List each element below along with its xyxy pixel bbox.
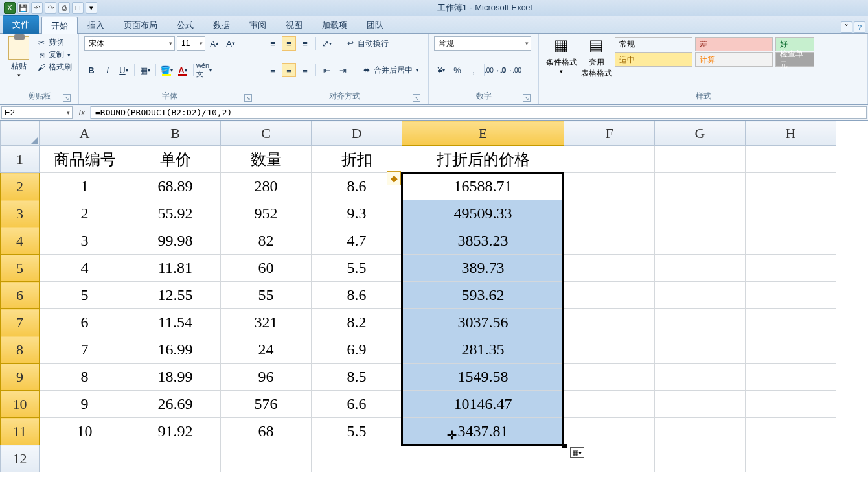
cell-style-calc[interactable]: 计算 — [695, 52, 773, 67]
help-icon[interactable]: ? — [854, 21, 865, 33]
paste-button[interactable]: 粘贴 ▾ — [5, 36, 32, 78]
cell-F10[interactable] — [564, 391, 655, 418]
cell-F8[interactable] — [564, 336, 655, 364]
name-box[interactable]: E2▾ — [1, 106, 73, 119]
shrink-font-button[interactable]: A▾ — [223, 36, 238, 51]
cell-C7[interactable]: 321 — [221, 309, 312, 336]
fill-handle[interactable] — [562, 444, 567, 448]
cell-F2[interactable] — [564, 173, 655, 200]
decrease-decimal-button[interactable]: .0→.00 — [504, 63, 518, 77]
tab-formulas[interactable]: 公式 — [167, 16, 203, 33]
percent-button[interactable]: % — [450, 63, 464, 77]
align-left-button[interactable]: ≡ — [266, 63, 280, 77]
copy-button[interactable]: ⎘复制▾ — [35, 49, 73, 61]
row-header-1[interactable]: 1 — [1, 146, 40, 173]
tab-file[interactable]: 文件 — [3, 15, 39, 34]
cell-F1[interactable] — [564, 146, 655, 173]
increase-indent-button[interactable]: ⇥ — [336, 63, 350, 77]
cell-F11[interactable] — [564, 418, 655, 445]
fill-color-button[interactable]: 🪣▾ — [159, 63, 174, 77]
cell-G3[interactable] — [655, 200, 746, 227]
cell-H12[interactable] — [746, 445, 836, 472]
cell-A11[interactable]: 10 — [40, 418, 130, 445]
cell-C4[interactable]: 82 — [221, 227, 312, 255]
cell-H9[interactable] — [746, 364, 836, 391]
cell-B12[interactable] — [130, 445, 221, 472]
col-header-G[interactable]: G — [655, 121, 746, 146]
decrease-indent-button[interactable]: ⇤ — [319, 63, 334, 77]
cell-F9[interactable] — [564, 364, 655, 391]
cell-E9[interactable]: 1549.58 — [402, 364, 564, 391]
row-header-7[interactable]: 7 — [1, 309, 40, 336]
cell-B9[interactable]: 18.99 — [130, 364, 221, 391]
cell-D9[interactable]: 8.5 — [312, 364, 402, 391]
font-size-select[interactable]: 11▾ — [177, 36, 205, 51]
underline-button[interactable]: U▾ — [117, 63, 131, 77]
cell-A2[interactable]: 1 — [40, 173, 130, 200]
cell-G11[interactable] — [655, 418, 746, 445]
cell-A4[interactable]: 3 — [40, 227, 130, 255]
cell-H5[interactable] — [746, 255, 836, 282]
cell-H8[interactable] — [746, 336, 836, 364]
cell-style-normal[interactable]: 常规 — [615, 37, 692, 51]
cell-B4[interactable]: 99.98 — [130, 227, 221, 255]
col-header-H[interactable]: H — [746, 121, 836, 146]
bold-button[interactable]: B — [84, 63, 98, 77]
row-header-5[interactable]: 5 — [1, 255, 40, 282]
cell-A7[interactable]: 6 — [40, 309, 130, 336]
cell-A3[interactable]: 2 — [40, 200, 130, 227]
cell-D6[interactable]: 8.6 — [312, 282, 402, 309]
tab-view[interactable]: 视图 — [276, 16, 312, 33]
cell-F5[interactable] — [564, 255, 655, 282]
cell-H10[interactable] — [746, 391, 836, 418]
cell-D10[interactable]: 6.6 — [312, 391, 402, 418]
cell-A1[interactable]: 商品编号 — [40, 146, 130, 173]
cell-C8[interactable]: 24 — [221, 336, 312, 364]
cell-G2[interactable] — [655, 173, 746, 200]
qat-icon-2[interactable]: □ — [72, 2, 84, 14]
cell-E2[interactable]: 16588.71 — [402, 173, 564, 200]
cell-style-neutral[interactable]: 适中 — [615, 52, 692, 67]
col-header-E[interactable]: E — [402, 121, 564, 146]
cell-H7[interactable] — [746, 309, 836, 336]
cell-B8[interactable]: 16.99 — [130, 336, 221, 364]
wrap-text-button[interactable]: ↩自动换行 — [344, 38, 390, 50]
align-middle-button[interactable]: ≡ — [282, 36, 296, 51]
row-header-10[interactable]: 10 — [1, 391, 40, 418]
cell-C6[interactable]: 55 — [221, 282, 312, 309]
cell-F4[interactable] — [564, 227, 655, 255]
align-right-button[interactable]: ≡ — [298, 63, 312, 77]
cell-B2[interactable]: 68.89 — [130, 173, 221, 200]
row-header-6[interactable]: 6 — [1, 282, 40, 309]
cell-E11[interactable]: 3437.81 — [402, 418, 564, 445]
redo-icon[interactable]: ↷ — [45, 2, 56, 14]
phonetic-button[interactable]: wén文▾ — [197, 63, 211, 77]
tab-layout[interactable]: 页面布局 — [114, 16, 167, 33]
border-button[interactable]: ▦▾ — [138, 63, 152, 77]
select-all-corner[interactable] — [1, 121, 40, 146]
autofill-options-icon[interactable]: ▦▾ — [570, 447, 584, 458]
tab-team[interactable]: 团队 — [357, 16, 393, 33]
cell-F6[interactable] — [564, 282, 655, 309]
cell-B5[interactable]: 11.81 — [130, 255, 221, 282]
cell-B3[interactable]: 55.92 — [130, 200, 221, 227]
cell-C11[interactable]: 68 — [221, 418, 312, 445]
italic-button[interactable]: I — [100, 63, 115, 77]
tab-home[interactable]: 开始 — [41, 17, 78, 34]
cell-B1[interactable]: 单价 — [130, 146, 221, 173]
cell-G4[interactable] — [655, 227, 746, 255]
number-launcher-icon[interactable]: ↘ — [523, 94, 531, 102]
cell-D7[interactable]: 8.2 — [312, 309, 402, 336]
col-header-C[interactable]: C — [221, 121, 312, 146]
cell-C1[interactable]: 数量 — [221, 146, 312, 173]
cell-H1[interactable] — [746, 146, 836, 173]
qat-icon-1[interactable]: ⎙ — [58, 2, 70, 14]
smart-tag-icon[interactable]: ◆ — [387, 171, 401, 185]
cell-G8[interactable] — [655, 336, 746, 364]
cell-E6[interactable]: 593.62 — [402, 282, 564, 309]
grow-font-button[interactable]: A▴ — [207, 36, 222, 51]
tab-insert[interactable]: 插入 — [78, 16, 114, 33]
font-launcher-icon[interactable]: ↘ — [244, 94, 252, 102]
align-bottom-button[interactable]: ≡ — [298, 36, 312, 51]
row-header-11[interactable]: 11 — [1, 418, 40, 445]
